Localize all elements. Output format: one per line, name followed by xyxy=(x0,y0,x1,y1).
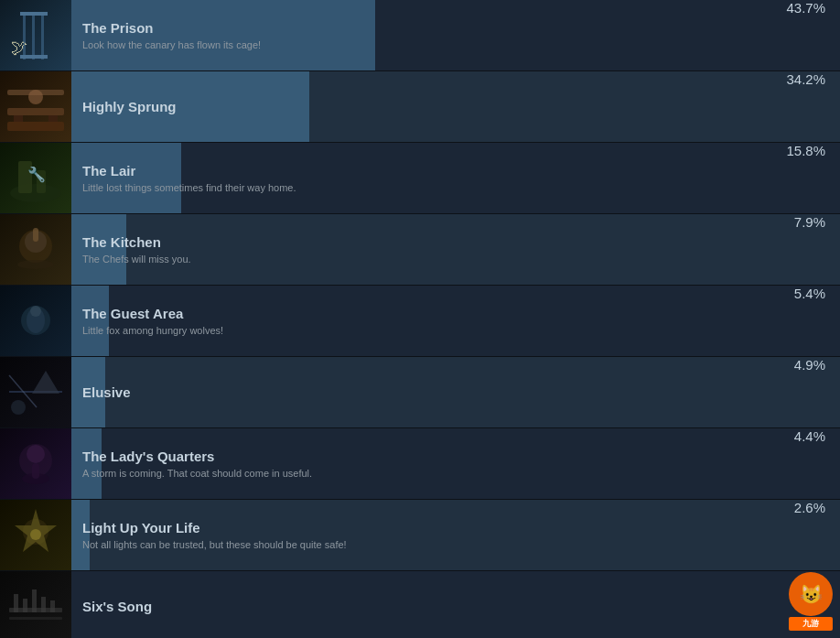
achievement-content-sprung: Highly Sprung xyxy=(71,71,767,142)
achievement-content-light: Light Up Your Life Not all lights can be… xyxy=(71,500,767,570)
achievement-title-lair: The Lair xyxy=(82,163,296,178)
achievement-text-quarters: The Lady's Quarters A storm is coming. T… xyxy=(82,449,312,479)
achievement-desc-light: Not all lights can be trusted, but these… xyxy=(82,539,347,550)
achievement-percent-song xyxy=(767,571,840,638)
achievement-row-sprung[interactable]: Highly Sprung 34.2% xyxy=(0,71,840,143)
achievement-title-prison: The Prison xyxy=(82,20,261,36)
achievement-text-kitchen: The Kitchen The Chefs will miss you. xyxy=(82,234,191,265)
achievement-percent-light: 2.6% xyxy=(767,500,840,570)
achievement-thumbnail-song xyxy=(0,571,71,638)
svg-rect-2 xyxy=(32,14,35,59)
svg-rect-22 xyxy=(33,228,38,242)
achievement-percent-prison: 43.7% xyxy=(767,0,840,70)
achievement-title-elusive: Elusive xyxy=(82,384,131,400)
svg-point-23 xyxy=(17,260,54,269)
achievement-percent-kitchen: 7.9% xyxy=(767,214,840,285)
achievement-desc-lair: Little lost things sometimes find their … xyxy=(82,182,296,193)
achievement-text-elusive: Elusive xyxy=(82,384,131,400)
achievement-content-lair: The Lair Little lost things sometimes fi… xyxy=(71,143,767,213)
achievement-text-lair: The Lair Little lost things sometimes fi… xyxy=(82,163,296,193)
achievement-row-light[interactable]: Light Up Your Life Not all lights can be… xyxy=(0,500,840,571)
achievement-title-quarters: The Lady's Quarters xyxy=(82,449,312,464)
achievement-percent-quarters: 4.4% xyxy=(767,428,840,499)
achievement-text-prison: The Prison Look how the canary has flown… xyxy=(82,20,261,50)
achievement-row-lair[interactable]: 🔧 The Lair Little lost things sometimes … xyxy=(0,143,840,214)
svg-rect-37 xyxy=(32,463,39,479)
svg-rect-47 xyxy=(32,589,37,612)
achievement-row-song[interactable]: Six's Song xyxy=(0,571,840,638)
achievement-content-guest: The Guest Area Little fox among hungry w… xyxy=(71,286,767,356)
achievement-percent-elusive: 4.9% xyxy=(767,357,840,427)
achievement-thumbnail-elusive xyxy=(0,357,71,427)
achievement-row-kitchen[interactable]: The Kitchen The Chefs will miss you. 7.9… xyxy=(0,214,840,286)
achievement-content-quarters: The Lady's Quarters A storm is coming. T… xyxy=(71,428,767,499)
achievement-content-prison: The Prison Look how the canary has flown… xyxy=(71,0,767,70)
achievement-percent-guest: 5.4% xyxy=(767,286,840,356)
achievement-row-elusive[interactable]: Elusive 4.9% xyxy=(0,357,840,428)
svg-rect-4 xyxy=(20,12,48,16)
achievement-desc-prison: Look how the canary has flown its cage! xyxy=(82,39,261,50)
svg-rect-48 xyxy=(41,597,46,612)
svg-rect-46 xyxy=(23,599,27,612)
achievement-percent-sprung: 34.2% xyxy=(767,71,840,142)
achievement-thumbnail-prison: 🕊 xyxy=(0,0,71,70)
svg-text:🔧: 🔧 xyxy=(27,166,46,183)
achievement-row-prison[interactable]: 🕊 The Prison Look how the canary has flo… xyxy=(0,0,840,71)
achievement-row-guest[interactable]: The Guest Area Little fox among hungry w… xyxy=(0,286,840,357)
achievement-percent-lair: 15.8% xyxy=(767,143,840,213)
svg-rect-10 xyxy=(7,122,64,131)
svg-point-35 xyxy=(27,445,45,463)
achievement-list: 🕊 The Prison Look how the canary has flo… xyxy=(0,0,840,638)
svg-point-31 xyxy=(11,400,26,415)
achievement-text-sprung: Highly Sprung xyxy=(82,99,177,114)
achievement-title-sprung: Highly Sprung xyxy=(82,99,177,114)
achievement-content-elusive: Elusive xyxy=(71,357,767,427)
svg-point-27 xyxy=(30,306,41,317)
achievement-desc-kitchen: The Chefs will miss you. xyxy=(82,254,191,265)
svg-point-15 xyxy=(10,184,61,202)
achievement-content-kitchen: The Kitchen The Chefs will miss you. xyxy=(71,214,767,285)
svg-rect-3 xyxy=(41,14,44,59)
svg-rect-8 xyxy=(7,108,64,115)
achievement-row-quarters[interactable]: The Lady's Quarters A storm is coming. T… xyxy=(0,428,840,500)
achievement-thumbnail-kitchen xyxy=(0,214,71,285)
achievement-text-song: Six's Song xyxy=(82,599,152,614)
achievement-title-guest: The Guest Area xyxy=(82,306,223,321)
achievement-thumbnail-lair: 🔧 xyxy=(0,143,71,213)
achievement-title-song: Six's Song xyxy=(82,599,152,614)
svg-point-41 xyxy=(30,529,41,540)
svg-rect-0 xyxy=(0,0,71,70)
svg-rect-11 xyxy=(14,115,23,122)
achievement-title-light: Light Up Your Life xyxy=(82,520,347,535)
svg-rect-45 xyxy=(14,594,18,612)
svg-rect-49 xyxy=(50,600,55,612)
achievement-text-guest: The Guest Area Little fox among hungry w… xyxy=(82,306,223,336)
svg-text:🕊: 🕊 xyxy=(11,38,27,57)
achievement-text-light: Light Up Your Life Not all lights can be… xyxy=(82,520,347,550)
svg-point-13 xyxy=(28,90,43,104)
achievement-title-kitchen: The Kitchen xyxy=(82,234,191,250)
svg-rect-7 xyxy=(0,71,71,142)
svg-rect-12 xyxy=(48,115,58,122)
achievement-desc-guest: Little fox among hungry wolves! xyxy=(82,325,223,336)
achievement-thumbnail-guest xyxy=(0,286,71,356)
svg-rect-44 xyxy=(9,617,62,620)
achievement-thumbnail-sprung xyxy=(0,71,71,142)
achievement-content-song: Six's Song xyxy=(71,571,767,638)
achievement-desc-quarters: A storm is coming. That coat should come… xyxy=(82,468,312,479)
achievement-thumbnail-quarters xyxy=(0,428,71,499)
achievement-thumbnail-light xyxy=(0,500,71,570)
